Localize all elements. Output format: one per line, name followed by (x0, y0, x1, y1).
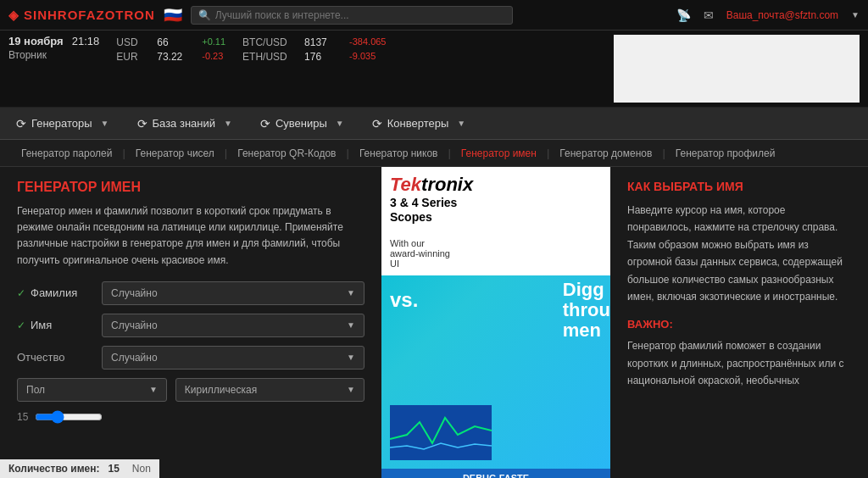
date-display: 19 ноября (8, 35, 64, 47)
count-slider-label: 15 (17, 411, 28, 423)
ad-header: Tektronix 3 & 4 SeriesScopes (381, 167, 610, 231)
bottom-count-bar: Количество имен: 15 Non (0, 459, 159, 478)
name-check-icon: ✓ (17, 320, 25, 331)
header-ad-banner (614, 35, 860, 103)
name-label: Имя (31, 319, 52, 331)
account-dropdown-arrow[interactable]: ▼ (851, 10, 860, 19)
subnav-passwords[interactable]: Генератор паролей (13, 147, 120, 159)
patronymic-select-arrow: ▼ (347, 353, 355, 362)
middle-ad: Tektronix 3 & 4 SeriesScopes With ourawa… (381, 167, 610, 478)
name-select-value: Случайно (111, 320, 158, 331)
ad-digg-text: Diggthroumen (563, 280, 610, 342)
nav-generators[interactable]: ⟳ Генераторы ▼ (4, 112, 121, 136)
nav-knowledge-label: База знаний (153, 117, 216, 130)
eur-row: EUR 73.22 -0.23 (116, 51, 225, 63)
page-title: ГЕНЕРАТОР ИМЕН (17, 180, 364, 195)
gender-placeholder: Пол (26, 384, 45, 396)
eth-label: ETH/USD (242, 51, 298, 63)
header-right: 📡 ✉ Ваша_почта@sfztn.com ▼ (676, 8, 860, 22)
surname-select-arrow: ▼ (347, 288, 355, 297)
svg-rect-0 (390, 405, 492, 460)
surname-select-value: Случайно (111, 287, 158, 299)
language-select[interactable]: Кириллическая ▼ (175, 378, 364, 402)
subnav-domains[interactable]: Генератор доменов (551, 147, 660, 159)
left-panel: ГЕНЕРАТОР ИМЕН Генератор имен и фамилий … (0, 167, 381, 478)
site-logo[interactable]: ◈ SINHROFAZOTRON (8, 8, 155, 23)
currency-column: USD 66 +0.11 EUR 73.22 -0.23 (116, 35, 225, 103)
sep-6: | (660, 147, 666, 159)
count-slider[interactable] (35, 410, 103, 424)
patronymic-select[interactable]: Случайно ▼ (102, 346, 364, 370)
top-banner (614, 35, 860, 103)
ad-cta[interactable]: DEBUG FASTE (381, 469, 610, 478)
btc-row: BTC/USD 8137 -384.065 (242, 36, 386, 48)
ad-banner-main[interactable]: Tektronix 3 & 4 SeriesScopes With ourawa… (381, 167, 610, 478)
eur-value: 73.22 (157, 51, 195, 63)
usd-value: 66 (157, 36, 195, 48)
search-input[interactable] (215, 9, 505, 21)
sep-3: | (345, 147, 351, 159)
eth-value: 176 (304, 51, 342, 63)
gender-select-arrow: ▼ (149, 385, 158, 394)
how-to-title: КАК ВЫБРАТЬ ИМЯ (627, 180, 851, 193)
ad-tagline: With ouraward-winningUI (381, 231, 610, 275)
section-description: Генератор имен и фамилий позволит в коро… (17, 203, 364, 269)
gender-select[interactable]: Пол ▼ (17, 378, 167, 402)
nav-souvenirs-label: Сувениры (275, 117, 327, 130)
subnav-profiles[interactable]: Генератор профилей (667, 147, 784, 159)
surname-select[interactable]: Случайно ▼ (102, 281, 364, 305)
subnav-names[interactable]: Генератор имен (453, 147, 545, 159)
eur-label: EUR (116, 51, 150, 63)
count-bar-value: 15 (108, 463, 119, 475)
nav-converters[interactable]: ⟳ Конвертеры ▼ (360, 112, 477, 136)
rss-icon[interactable]: 📡 (676, 8, 691, 22)
ad-brand-name: Tektronix (390, 174, 602, 196)
count-bar-label: Количество имен: (8, 463, 99, 475)
sub-nav: Генератор паролей | Генератор чисел | Ге… (0, 140, 868, 167)
main-nav: ⟳ Генераторы ▼ ⟳ База знаний ▼ ⟳ Сувенир… (0, 108, 868, 140)
right-panel: КАК ВЫБРАТЬ ИМЯ Наведите курсор на имя, … (610, 167, 868, 478)
ad-subtitle: 3 & 4 SeriesScopes (390, 196, 602, 225)
header: ◈ SINHROFAZOTRON 🇷🇺 🔍 📡 ✉ Ваша_почта@sfz… (0, 0, 868, 31)
subnav-qr[interactable]: Генератор QR-Кодов (229, 147, 344, 159)
btc-label: BTC/USD (242, 36, 298, 48)
patronymic-label: Отчество (17, 351, 93, 364)
mail-icon[interactable]: ✉ (704, 8, 714, 22)
name-select[interactable]: Случайно ▼ (102, 314, 364, 337)
gender-lang-row: Пол ▼ Кириллическая ▼ (17, 378, 364, 402)
surname-check-icon: ✓ (17, 287, 25, 299)
logo-text: SINHROFAZOTRON (24, 8, 155, 22)
surname-label: Фамилия (31, 286, 77, 299)
language-value: Кириллическая (185, 384, 257, 396)
user-email[interactable]: Ваша_почта@sfztn.com (726, 9, 838, 21)
usd-label: USD (116, 36, 150, 48)
day-display: Вторник (8, 49, 99, 61)
name-select-arrow: ▼ (347, 320, 355, 330)
bottom-text: Non (132, 463, 151, 475)
subnav-nicks[interactable]: Генератор ников (351, 147, 447, 159)
sep-5: | (545, 147, 551, 159)
souvenirs-icon: ⟳ (260, 117, 270, 131)
subnav-numbers[interactable]: Генератор чисел (127, 147, 223, 159)
search-icon: 🔍 (198, 9, 211, 21)
time-display: 21:18 (72, 35, 100, 47)
ad-scope-image (390, 405, 492, 460)
nav-souvenirs[interactable]: ⟳ Сувениры ▼ (248, 112, 356, 136)
name-checkbox[interactable]: ✓ Имя (17, 319, 93, 331)
knowledge-icon: ⟳ (137, 117, 147, 131)
nav-knowledge[interactable]: ⟳ База знаний ▼ (125, 112, 244, 136)
btc-value: 8137 (304, 36, 342, 48)
nav-generators-label: Генераторы (31, 117, 92, 130)
usd-change: +0.11 (202, 36, 225, 48)
eth-change: -9.035 (349, 51, 376, 63)
patronymic-row: Отчество Случайно ▼ (17, 346, 364, 370)
how-to-description: Наведите курсор на имя, которое понравил… (627, 202, 851, 305)
surname-row: ✓ Фамилия Случайно ▼ (17, 281, 364, 305)
logo-icon: ◈ (8, 8, 19, 23)
sep-2: | (223, 147, 229, 159)
surname-checkbox[interactable]: ✓ Фамилия (17, 286, 93, 299)
btc-change: -384.065 (349, 36, 386, 48)
converters-dropdown-arrow: ▼ (457, 119, 465, 128)
generators-dropdown-arrow: ▼ (101, 119, 109, 128)
sep-4: | (446, 147, 452, 159)
